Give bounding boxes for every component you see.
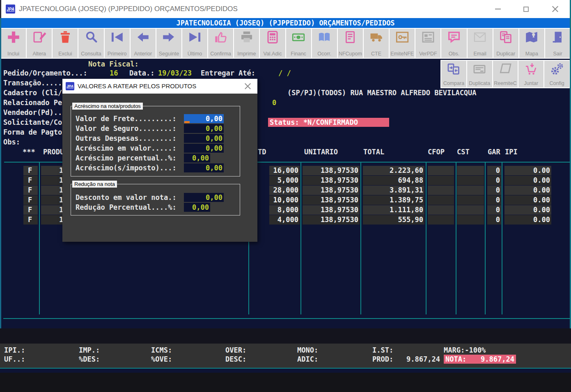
maximize-button[interactable] [516,0,535,18]
copy-icon [498,30,514,44]
minimize-button[interactable] [488,0,507,18]
toolbar-button-imprime[interactable]: Imprime [234,29,259,58]
cell-f: F [23,195,38,205]
toolbar-button-confirma[interactable]: Confirma [208,29,233,58]
toolbar-button-anterior[interactable]: Anterior [131,29,156,58]
toolbar-button-seguinte[interactable]: Seguinte [156,29,181,58]
toolbar-button-label: Consulta [81,51,101,57]
toolbar-button-label: Altera [32,51,46,57]
group1-title: Acréscimo na nota/produtos [72,103,143,110]
cell-cfop [428,176,454,185]
field-input-acr-scimo-em-valor[interactable]: 0,00 [184,144,224,153]
field-input-valor-de-frete[interactable]: 0,00 [184,114,224,123]
form-label-vendedor-pd: Vendedor(Pd).. [3,108,63,117]
last-icon [187,30,203,44]
table-header-stars: *** [23,147,35,156]
toolbar-button-ltimo[interactable]: Último [182,29,207,58]
toolbar-button-altera[interactable]: Altera [27,29,52,58]
cell-total: 694,88 [363,176,424,185]
close-icon [244,83,251,90]
toolbar-button-verpdf[interactable]: VerPDF [415,29,440,58]
toolbar-button-label: Inclui [7,51,19,57]
toolbar-button-cte[interactable]: CTE [364,29,389,58]
next-icon [161,30,177,44]
totals-status-bar: IPI.:IMP.:ICMS:OVER:MONO:I.ST:MARG:-100%… [0,344,571,368]
toolbar-button-config[interactable]: Config [544,61,569,87]
toolbar-button-reemitec[interactable]: ReemiteC [493,61,518,87]
toolbar-button-label: CTE [371,51,381,57]
cell-unit: 138,97530 [303,186,360,195]
cell-total: 3.891,31 [363,186,424,195]
entregar-label: Entregar Até: [201,69,255,78]
toolbar-button-emitenfe[interactable]: EmiteNFE [390,29,415,58]
toolbar-button-exclui[interactable]: Exclui [53,29,78,58]
cell-ipi: 0.00 [504,176,551,185]
entregar-value[interactable]: / / [278,69,291,78]
key-icon [394,30,410,44]
field-input-acr-scimo-s-imposto[interactable]: 0,00 [184,163,224,172]
data-value[interactable]: 19/03/23 [158,69,192,78]
toolbar-button-val-adic[interactable]: Val.Adic [260,29,285,58]
minimize-icon [495,9,501,9]
field-input-acr-scimo-percentual[interactable]: 0,00 [184,154,210,163]
toolbar-button-label: Email [473,51,486,57]
toolbar-button-label: Obs. [449,51,459,57]
truck-icon [368,30,385,44]
toolbar-button-compara[interactable]: Compara [441,61,466,87]
toolbar-button-label: VerPDF [419,51,437,57]
toolbar-button-obs[interactable]: Obs. [441,29,466,58]
toolbar-button-ocorr[interactable]: Ocorr. [312,29,337,58]
cell-gar: 0 [487,205,501,215]
delete-icon [57,30,73,44]
form-label-forma-de-pagto: Forma de Pagto [3,128,63,137]
nota-label: NOTA: [445,355,466,364]
table-header-qtd: TD [258,147,266,156]
toolbar-button-label: Confirma [210,51,231,57]
toolbar-button-email[interactable]: Email [468,29,493,58]
toolbar-button-sair[interactable]: Sair [545,29,570,58]
nota-total-badge: NOTA:9.867,24 [444,355,516,364]
form-label-solicitante-co: Solicitante/Co [3,118,63,127]
field-label-acr-scimo-s-imposto: Acréscimo(s/imposto)...: [76,163,177,172]
toolbar-button-duplicar[interactable]: Duplicar [493,29,518,58]
receipt-icon [342,30,358,44]
totals-uf: UF..: [4,355,25,364]
toolbar-button-inclui[interactable]: Inclui [1,29,26,58]
dialog-title: VALORES A RATEAR PELOS PRODUTOS [78,83,196,89]
totals-des: %DES: [79,355,100,364]
toolbar-secondary: ComparaDuplicataReemiteCJuntarConfig [440,60,570,88]
cell-f: F [23,166,38,175]
field-input-outras-despesas[interactable]: 0,00 [184,134,224,143]
dialog-close-button[interactable] [241,82,254,91]
field-input-desconto-em-valor-nota[interactable]: 0,00 [184,193,224,202]
table-header-cfop: CFOP [428,147,445,156]
cell-f: F [23,176,38,185]
field-input-redu-o-percentual[interactable]: 0,00 [184,203,210,212]
cell-unit: 138,97530 [303,205,360,215]
prev-icon [135,30,151,44]
cell-cfop [428,215,454,225]
cell-qtd: 4,000 [269,215,300,225]
close-button[interactable] [546,0,564,18]
toolbar-button-financ[interactable]: Financ [286,29,311,58]
toolbar-button-primeiro[interactable]: Primeiro [105,29,130,58]
field-label-valor-de-seguro: Valor de Seguro........: [76,124,177,133]
toolbar-main: IncluiAlteraExcluiConsultaPrimeiroAnteri… [0,28,571,59]
totals-mono: MONO: [297,346,318,355]
lower-band [0,328,571,344]
table-header-gar: GAR [488,147,500,156]
toolbar-button-juntar[interactable]: Juntar [518,61,543,87]
toolbar-button-duplicata[interactable]: Duplicata [467,61,492,87]
toolbar-button-nfcupom[interactable]: NFCupom [338,29,363,58]
table-bottom-divider [3,318,570,319]
toolbar-button-mapa[interactable]: Mapa [519,29,544,58]
field-input-valor-de-seguro[interactable]: 0,00 [184,124,224,133]
sheet-icon [497,62,514,76]
toolbar-button-consulta[interactable]: Consulta [78,29,103,58]
field-label-outras-despesas: Outras Despesas........: [76,134,177,143]
dialog-titlebar[interactable]: JPA VALORES A RATEAR PELOS PRODUTOS [62,79,257,94]
app-logo-icon: JPA [6,5,15,14]
bottom-strip [0,369,571,373]
pedido-value[interactable]: 16 [110,69,118,78]
cell-cfop [428,205,454,215]
